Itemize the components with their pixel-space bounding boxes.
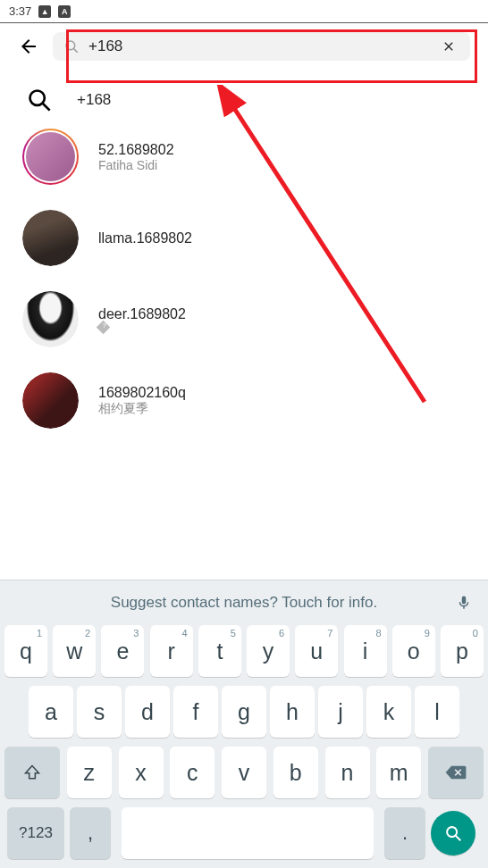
- result-username: 1689802160q: [98, 385, 186, 401]
- result-username: llama.1689802: [98, 230, 192, 246]
- backspace-icon: [444, 764, 467, 781]
- key-d[interactable]: d: [125, 686, 170, 738]
- svg-point-3: [30, 91, 45, 105]
- key-backspace[interactable]: [428, 747, 484, 798]
- status-app-icon: A: [58, 5, 71, 18]
- result-subtitle: 相约夏季: [98, 401, 186, 417]
- result-subtitle: [98, 322, 186, 332]
- search-field-wrapper[interactable]: [53, 32, 470, 61]
- clear-search-button[interactable]: [438, 39, 459, 54]
- avatar[interactable]: [22, 129, 79, 185]
- key-e[interactable]: e3: [101, 625, 144, 677]
- key-i[interactable]: i8: [344, 625, 387, 677]
- result-item[interactable]: deer.1689802: [22, 291, 466, 347]
- status-time: 3:37: [9, 4, 31, 18]
- key-r[interactable]: r4: [150, 625, 193, 677]
- key-q[interactable]: q1: [4, 625, 47, 677]
- svg-line-6: [456, 836, 461, 841]
- search-summary-row[interactable]: +168: [0, 70, 488, 129]
- key-shift[interactable]: [4, 747, 60, 798]
- key-s[interactable]: s: [77, 686, 122, 738]
- key-symbols[interactable]: ?123: [7, 807, 64, 859]
- key-y[interactable]: y6: [247, 625, 290, 677]
- soft-keyboard: Suggest contact names? Touch for info. q…: [0, 580, 488, 868]
- close-icon: [442, 39, 456, 54]
- keyboard-suggestion-bar[interactable]: Suggest contact names? Touch for info.: [0, 580, 488, 625]
- key-g[interactable]: g: [222, 686, 266, 738]
- key-z[interactable]: z: [67, 747, 112, 798]
- search-icon: [63, 38, 80, 54]
- key-x[interactable]: x: [119, 747, 164, 798]
- results-list: 52.1689802Fatiha Sidillama.1689802deer.1…: [0, 129, 488, 429]
- key-h[interactable]: h: [270, 686, 315, 738]
- result-subtitle: Fatiha Sidi: [98, 158, 174, 172]
- status-image-icon: ▲: [38, 5, 51, 18]
- avatar[interactable]: [22, 372, 79, 429]
- svg-point-0: [66, 41, 75, 50]
- result-item[interactable]: llama.1689802: [22, 210, 466, 266]
- magnifier-icon: [27, 88, 52, 113]
- key-t[interactable]: t5: [198, 625, 241, 677]
- key-n[interactable]: n: [325, 747, 370, 798]
- badge-icon: [97, 321, 111, 335]
- key-period[interactable]: .: [384, 807, 425, 859]
- key-search-action[interactable]: [431, 811, 475, 855]
- result-item[interactable]: 1689802160q相约夏季: [22, 372, 466, 429]
- suggestion-text: Suggest contact names? Touch for info.: [111, 594, 377, 612]
- key-k[interactable]: k: [366, 686, 411, 738]
- svg-point-5: [447, 827, 457, 837]
- key-o[interactable]: o9: [392, 625, 435, 677]
- key-j[interactable]: j: [318, 686, 363, 738]
- key-v[interactable]: v: [222, 747, 266, 798]
- back-button[interactable]: [18, 36, 39, 57]
- key-space[interactable]: [122, 807, 374, 859]
- avatar[interactable]: [22, 210, 79, 266]
- key-u[interactable]: u7: [295, 625, 338, 677]
- result-item[interactable]: 52.1689802Fatiha Sidi: [22, 129, 466, 185]
- svg-line-1: [74, 49, 78, 53]
- result-username: deer.1689802: [98, 306, 186, 322]
- mic-icon[interactable]: [456, 593, 472, 613]
- app-bar: [0, 23, 488, 70]
- arrow-left-icon: [18, 36, 39, 57]
- key-w[interactable]: w2: [53, 625, 96, 677]
- key-comma[interactable]: ,: [70, 807, 111, 859]
- key-l[interactable]: l: [415, 686, 459, 738]
- status-bar: 3:37 ▲ A: [0, 0, 488, 23]
- avatar[interactable]: [22, 291, 79, 347]
- search-summary-term: +168: [77, 91, 111, 109]
- svg-line-4: [43, 104, 50, 111]
- key-p[interactable]: p0: [441, 625, 484, 677]
- shift-icon: [23, 764, 41, 781]
- result-username: 52.1689802: [98, 142, 174, 158]
- search-input[interactable]: [88, 38, 438, 55]
- key-a[interactable]: a: [29, 686, 73, 738]
- key-c[interactable]: c: [170, 747, 215, 798]
- key-m[interactable]: m: [376, 747, 421, 798]
- key-b[interactable]: b: [273, 747, 318, 798]
- key-f[interactable]: f: [173, 686, 218, 738]
